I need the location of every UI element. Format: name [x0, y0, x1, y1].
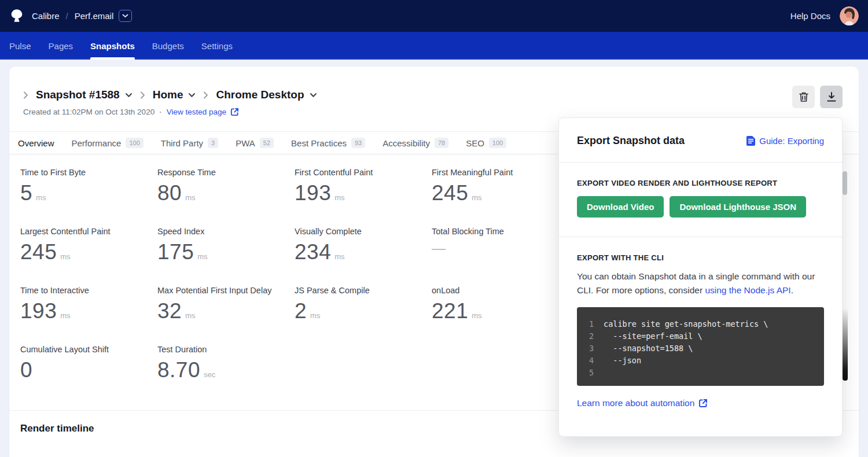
- download-video-button[interactable]: Download Video: [577, 196, 664, 218]
- nav-item[interactable]: Settings: [201, 32, 233, 60]
- user-avatar[interactable]: [840, 6, 859, 25]
- export-snapshot-panel: Export Snapshot data Guide: Exporting EX…: [558, 117, 843, 437]
- external-link-icon: [698, 399, 708, 408]
- chevron-down-icon: [310, 93, 317, 98]
- metric-cell: Largest Contentful Paint 245 ms: [20, 227, 157, 270]
- metric-cell: JS Parse & Compile 2 ms: [295, 286, 432, 329]
- code-line: 2 --site=perf-email \: [577, 330, 818, 342]
- project-switcher-button[interactable]: [119, 10, 132, 22]
- tab[interactable]: PWA 52: [236, 138, 274, 148]
- breadcrumb-item[interactable]: Chrome Desktop: [203, 89, 317, 101]
- metric-label: Cumulative Layout Shift: [20, 345, 157, 354]
- metric-cell: First Meaningful Paint 245 ms: [432, 168, 569, 211]
- tab[interactable]: Best Practices 93: [291, 138, 365, 148]
- metric-value: 221: [432, 299, 468, 323]
- external-link-icon: [230, 108, 239, 116]
- metric-cell: Time to First Byte 5 ms: [20, 168, 157, 211]
- metric-value: 175: [157, 240, 194, 264]
- metric-label: Speed Index: [157, 227, 295, 236]
- metric-unit: ms: [185, 193, 195, 202]
- metric-cell: Time to Interactive 193 ms: [20, 286, 157, 329]
- metric-label: Total Blocking Time: [432, 227, 569, 236]
- code-line: 3 --snapshot=1588 \: [577, 342, 818, 355]
- created-timestamp: Created at 11:02PM on Oct 13th 2020: [23, 108, 155, 116]
- breadcrumb: Snapshot #1588 Home: [23, 89, 845, 101]
- nodejs-api-link[interactable]: using the Node.js API: [705, 283, 790, 297]
- code-line: 4 --json: [577, 355, 818, 367]
- primary-nav: Pulse Pages Snapshots Budgets Settings: [0, 32, 868, 60]
- delete-snapshot-button[interactable]: [792, 86, 815, 108]
- metric-label: onLoad: [432, 286, 569, 295]
- line-code: calibre site get-snapshot-metrics \: [604, 318, 768, 330]
- nav-item[interactable]: Pulse: [9, 32, 31, 60]
- code-line: 1 calibre site get-snapshot-metrics \: [577, 318, 818, 330]
- brand-link[interactable]: Calibre: [32, 11, 60, 21]
- tab[interactable]: Performance 100: [72, 138, 144, 148]
- metric-value: 2: [295, 299, 307, 323]
- metric-unit: ms: [472, 311, 481, 320]
- metric-unit: ms: [310, 311, 320, 320]
- metric-value: 0: [20, 358, 32, 382]
- metric-value: —: [432, 240, 446, 256]
- metric-label: Test Duration: [157, 345, 295, 354]
- line-number: 4: [577, 355, 604, 367]
- metric-cell: Speed Index 175 ms: [157, 227, 295, 270]
- metric-unit: ms: [60, 311, 70, 320]
- tab-score-badge: 3: [208, 138, 218, 148]
- metric-label: Time to Interactive: [20, 286, 157, 295]
- tab[interactable]: Third Party 3: [161, 138, 218, 148]
- metric-cell: Response Time 80 ms: [157, 168, 295, 211]
- project-name[interactable]: Perf.email: [75, 11, 114, 21]
- metric-cell: Cumulative Layout Shift 0: [20, 345, 157, 388]
- metric-unit: ms: [185, 311, 195, 320]
- metric-label: Time to First Byte: [20, 168, 157, 177]
- export-snapshot-button[interactable]: [820, 86, 843, 108]
- metric-value: 193: [20, 299, 57, 323]
- metric-cell: Total Blocking Time —: [432, 227, 569, 270]
- download-icon: [826, 91, 837, 102]
- help-docs-link[interactable]: Help Docs: [790, 11, 830, 21]
- export-cli-section-title: EXPORT WITH THE CLI: [577, 253, 824, 262]
- breadcrumb-slash: /: [66, 11, 68, 21]
- chevron-right-icon: [23, 91, 28, 99]
- learn-more-automation-link[interactable]: Learn more about automation: [577, 398, 708, 408]
- dot-separator: ·: [159, 108, 162, 116]
- document-icon: [746, 136, 755, 146]
- code-line: 5: [577, 367, 818, 379]
- chevron-down-icon: [125, 93, 133, 98]
- vertical-scrollbar-thumb[interactable]: [843, 171, 847, 195]
- metric-cell: Test Duration 8.70 sec: [157, 345, 295, 388]
- cli-code-block: 1 calibre site get-snapshot-metrics \ 2 …: [577, 307, 824, 386]
- metric-cell: Max Potential First Input Delay 32 ms: [157, 286, 295, 329]
- breadcrumb-item[interactable]: Home: [140, 89, 196, 101]
- export-video-section-title: EXPORT VIDEO RENDER AND LIGHTHOUSE REPOR…: [577, 179, 824, 187]
- nav-item[interactable]: Snapshots: [90, 32, 135, 60]
- metric-cell: Visually Complete 234 ms: [295, 227, 432, 270]
- metric-unit: ms: [472, 193, 481, 202]
- tab-score-badge: 100: [126, 138, 143, 148]
- metric-unit: ms: [334, 193, 344, 202]
- metric-value: 193: [295, 181, 331, 205]
- metric-label: JS Parse & Compile: [295, 286, 432, 295]
- nav-item[interactable]: Pages: [49, 32, 73, 60]
- line-code: --snapshot=1588 \: [604, 342, 693, 355]
- download-lighthouse-json-button[interactable]: Download Lighthouse JSON: [670, 196, 806, 218]
- calibre-logo-icon[interactable]: [9, 8, 24, 24]
- chevron-down-icon: [122, 14, 128, 18]
- tab[interactable]: Overview: [18, 138, 54, 148]
- tab[interactable]: SEO 100: [466, 138, 506, 148]
- metric-unit: ms: [36, 193, 46, 202]
- guide-exporting-link[interactable]: Guide: Exporting: [746, 136, 824, 146]
- breadcrumb-item[interactable]: Snapshot #1588: [23, 89, 133, 101]
- metric-value: 245: [20, 240, 57, 264]
- metric-value: 80: [157, 181, 182, 205]
- metric-unit: ms: [197, 252, 207, 261]
- tab-score-badge: 100: [489, 138, 506, 148]
- metric-unit: ms: [334, 252, 344, 261]
- tab[interactable]: Accessibility 78: [382, 138, 448, 148]
- nav-item[interactable]: Budgets: [152, 32, 184, 60]
- view-tested-page-link[interactable]: View tested page: [167, 108, 239, 116]
- metric-label: First Contentful Paint: [295, 168, 432, 177]
- metric-label: Response Time: [157, 168, 295, 177]
- metric-unit: sec: [204, 370, 215, 379]
